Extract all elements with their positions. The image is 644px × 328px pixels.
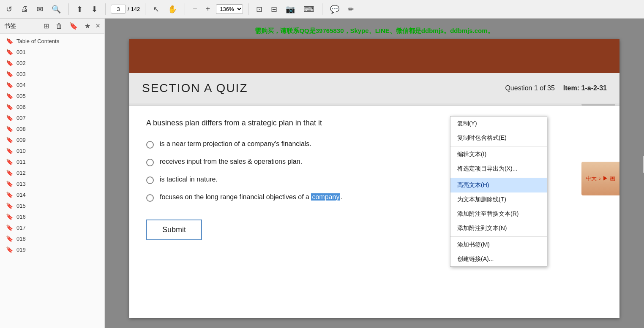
sidebar-item-016[interactable]: 🔖 016 [0,211,104,222]
sidebar: 书签 ⊞ 🗑 🔖 ★ × 🔖 Table of Contents 🔖 001 [0,19,105,328]
pen-button[interactable]: ✏ [345,3,357,16]
snapshot-button[interactable]: 📷 [283,3,297,16]
radio-d[interactable] [146,194,154,202]
add-bookmark-icon-btn[interactable]: ⊞ [42,21,51,31]
page-total: 142 [131,6,140,12]
context-menu: 复制(Y) 复制时包含格式(E) 编辑文本(I) 将选定项目导出为(X)... … [450,116,547,267]
context-menu-create-link[interactable]: 创建链接(A)... [450,252,547,266]
sidebar-item-toc[interactable]: 🔖 Table of Contents [0,35,104,46]
sidebar-label-016: 016 [16,214,26,220]
bookmark-icon-009: 🔖 [6,136,13,143]
bookmark-icon-011: 🔖 [6,158,13,165]
comment-button[interactable]: 💬 [327,3,342,16]
highlighted-word: company [311,193,340,201]
submit-button[interactable]: Submit [146,220,202,240]
delete-bookmark-btn[interactable]: 🗑 [54,22,64,31]
sidebar-item-006[interactable]: 🔖 006 [0,101,104,112]
bookmark-icon-019: 🔖 [6,246,13,253]
context-menu-edit-text[interactable]: 编辑文本(I) [450,147,547,162]
sidebar-item-012[interactable]: 🔖 012 [0,167,104,178]
sidebar-title: 书签 [4,22,16,30]
divider-2 [105,3,106,15]
bookmark-icon-012: 🔖 [6,169,13,176]
bookmark-icon-toc: 🔖 [6,38,13,44]
context-menu-add-bookmark[interactable]: 添加书签(M) [450,238,547,252]
sidebar-item-004[interactable]: 🔖 004 [0,79,104,90]
sidebar-label-018: 018 [16,236,26,242]
star-btn[interactable]: ★ [83,21,92,31]
context-menu-copy[interactable]: 复制(Y) [450,117,547,131]
context-menu-divider-3 [450,236,547,237]
divider-1 [68,3,69,15]
sidebar-item-018[interactable]: 🔖 018 [0,233,104,244]
context-menu-replace-annotation[interactable]: 添加附注至替换文本(R) [450,207,547,221]
main-area: 书签 ⊞ 🗑 🔖 ★ × 🔖 Table of Contents 🔖 001 [0,19,644,328]
page-navigation: / 142 [111,5,140,14]
sidebar-label-013: 013 [16,181,26,187]
sidebar-toc-label: Table of Contents [16,38,59,44]
divider-3 [145,3,145,15]
refresh-button[interactable]: ↺ [3,3,15,16]
bookmark-icon-004: 🔖 [6,81,13,88]
sidebar-item-002[interactable]: 🔖 002 [0,57,104,68]
sidebar-item-019[interactable]: 🔖 019 [0,244,104,255]
fit-page-button[interactable]: ⊡ [254,3,265,16]
radio-b[interactable] [146,159,154,166]
hand-tool-button[interactable]: ✋ [165,3,180,16]
sidebar-item-008[interactable]: 🔖 008 [0,123,104,134]
zoom-out-button[interactable]: − [190,3,200,15]
pdf-header-bar [129,39,619,73]
sidebar-item-017[interactable]: 🔖 017 [0,222,104,233]
keyboard-button[interactable]: ⌨ [301,3,317,16]
sidebar-label-005: 005 [16,93,26,99]
upload-button[interactable]: ⬆ [74,3,85,16]
pdf-section-title-area: SECTION A QUIZ Question 1 of 35 Item: 1-… [129,73,619,103]
promo-text: 需购买，请联系QQ是39765830，Skype、LINE、微信都是ddbmjs… [255,27,494,35]
context-menu-export[interactable]: 将选定项目导出为(X)... [450,162,547,176]
search-button[interactable]: 🔍 [49,3,63,16]
sidebar-label-014: 014 [16,192,26,198]
sidebar-item-001[interactable]: 🔖 001 [0,46,104,57]
sidebar-item-015[interactable]: 🔖 015 [0,200,104,211]
context-menu-divider-2 [450,177,547,177]
context-menu-strikethrough[interactable]: 为文本加删除线(T) [450,192,547,207]
toolbar: ↺ 🖨 ✉ 🔍 ⬆ ⬇ / 142 ↖ ✋ − + 50% 75% 100% 1… [0,0,644,19]
print-button[interactable]: 🖨 [18,3,31,15]
sidebar-label-019: 019 [16,247,26,253]
context-menu-highlight[interactable]: 高亮文本(H) [450,178,547,192]
sidebar-label-007: 007 [16,115,26,121]
sidebar-item-013[interactable]: 🔖 013 [0,178,104,189]
sidebar-item-003[interactable]: 🔖 003 [0,68,104,79]
bookmark-icon-001: 🔖 [6,49,13,55]
bookmark-icon-018: 🔖 [6,235,13,242]
sidebar-item-009[interactable]: 🔖 009 [0,134,104,145]
bookmark-icon-007: 🔖 [6,114,13,121]
divider-5 [248,3,248,15]
context-menu-copy-format[interactable]: 复制时包含格式(E) [450,131,547,145]
radio-a[interactable] [146,141,154,149]
bookmark-icon-015: 🔖 [6,202,13,209]
context-menu-add-annotation[interactable]: 添加附注到文本(N) [450,221,547,236]
bookmark-btn[interactable]: 🔖 [68,21,79,31]
sidebar-label-010: 010 [16,148,26,154]
sidebar-item-014[interactable]: 🔖 014 [0,189,104,200]
sidebar-item-005[interactable]: 🔖 005 [0,90,104,101]
cursor-tool-button[interactable]: ↖ [150,3,162,16]
radio-c[interactable] [146,176,154,184]
page-number-input[interactable] [111,5,126,14]
option-c-text: is tactical in nature. [160,176,218,183]
zoom-select[interactable]: 50% 75% 100% 125% 136% 150% 200% [216,4,243,14]
fit-width-button[interactable]: ⊟ [268,3,280,16]
right-widget-text: 中大 ♪ ▶ 画 [586,175,615,182]
mail-button[interactable]: ✉ [34,3,46,16]
sidebar-item-010[interactable]: 🔖 010 [0,145,104,156]
download-button[interactable]: ⬇ [89,3,100,16]
option-b-text: receives input from the sales & operatio… [160,158,302,165]
pdf-area: 需购买，请联系QQ是39765830，Skype、LINE、微信都是ddbmjs… [105,19,644,328]
zoom-in-button[interactable]: + [203,3,213,15]
sidebar-close-button[interactable]: × [96,22,100,30]
sidebar-header: 书签 ⊞ 🗑 🔖 ★ × [0,19,104,34]
bookmark-icon-014: 🔖 [6,191,13,198]
sidebar-item-011[interactable]: 🔖 011 [0,156,104,167]
sidebar-item-007[interactable]: 🔖 007 [0,112,104,123]
